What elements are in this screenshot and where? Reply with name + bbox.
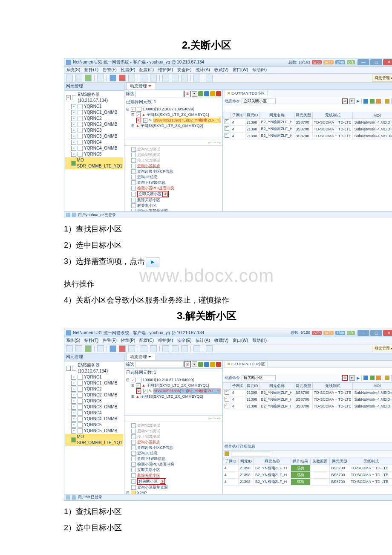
tree-root[interactable]: EMS服务器(10.210.67.134) (78, 92, 123, 104)
maximize-button[interactable]: ▢ (370, 330, 382, 336)
network-tree[interactable]: −EMS服务器(10.210.67.134) +YQRNC1 +YQRNC1_O… (64, 91, 124, 211)
tree-item[interactable]: YQRNC3 (84, 127, 102, 133)
tree-item[interactable]: YQRNC5 (84, 151, 102, 157)
menu-item[interactable]: 告警(F) (103, 338, 117, 344)
filter-icon[interactable] (216, 91, 221, 96)
command-list[interactable]: 查询NES测试 启动NES测试 停止NES测试 查询小区状态 查询超级小区CP信… (124, 422, 222, 494)
cmd-shutdown-cell[interactable]: 立即关断小区 ③ (137, 191, 169, 197)
tree-item[interactable]: YQRNC4 (84, 139, 102, 145)
menu-system[interactable]: 系统(S) (66, 67, 80, 73)
menu-stat[interactable]: 统计(A) (196, 67, 210, 73)
tool-icon[interactable] (150, 75, 157, 81)
tool-icon[interactable] (193, 345, 200, 352)
tool-icon[interactable] (172, 345, 179, 352)
ne-tree[interactable]: ⊟100001[10.210.67.139:64099] ⊟▲子网$4[SXYD… (124, 106, 222, 139)
selected-ne[interactable]: BS8700$21398(TL)[B2_YN榆南ZLF_H] (153, 388, 221, 394)
tree-item[interactable]: YQRNC1 (84, 104, 102, 110)
menu-item[interactable]: 帮助(H) (252, 338, 267, 344)
tool-icon[interactable] (172, 75, 179, 81)
minimize-button[interactable]: — (357, 59, 369, 65)
tree-item[interactable]: YQRNC2_OMMB (84, 121, 117, 127)
menu-item[interactable]: 配置(C) (139, 338, 154, 344)
dropdown-icon[interactable]: ▾ (192, 91, 197, 97)
filter-icon[interactable] (216, 362, 221, 367)
menu-config[interactable]: 配置(C) (139, 67, 154, 73)
table-row[interactable]: 421398B2_YN榆南ZLF_H成功BS8700TD-SCDMA + TD-… (223, 478, 392, 485)
ne-tree[interactable]: ⊟100001[10.210.67.139:64099] ⊟▲子网$4[SXYD… (124, 376, 222, 415)
close-button[interactable]: ✕ (383, 330, 392, 336)
cmd-query-status[interactable]: 查询小区状态 (137, 163, 160, 169)
menu-maintain[interactable]: 维护(M) (158, 67, 173, 73)
filter-icon[interactable] (225, 451, 229, 456)
cell-table[interactable]: 子网ID 网元ID 网元名称 网元类型 无线制式 MOI E-UTRAN TD … (223, 112, 392, 139)
filter-icon[interactable] (385, 376, 389, 380)
tree-item[interactable]: YQRNC3_OMMB (84, 133, 117, 139)
table-row[interactable]: 421398B2_YN榆南ZLF_HBS8700TD-SCDMA + TD-LT… (223, 119, 392, 126)
execute-icon[interactable]: ▶ (357, 99, 360, 103)
tree-item[interactable]: YQRNC2 (84, 116, 102, 121)
right-dropdown[interactable]: 网元管理▾ (372, 75, 392, 82)
cell-table[interactable]: 子网ID 网元ID 网元名称 网元类型 无线制式 MOI E-UTRAN TD … (223, 382, 392, 410)
tool-icon[interactable] (128, 75, 135, 81)
tool-icon[interactable] (66, 75, 73, 81)
tool-icon[interactable] (376, 99, 381, 104)
cmd-pci-check[interactable]: 检测小区PCI是否冲突 (137, 185, 174, 191)
search-input[interactable] (135, 91, 184, 97)
tool-icon[interactable] (97, 75, 104, 81)
menu-item[interactable]: 统计(A) (196, 338, 210, 344)
tool-icon[interactable] (85, 75, 92, 81)
command-list[interactable]: 查询NES测试 启动NES测试 停止NES测试 查询小区状态 查询超级小区CP信… (124, 145, 222, 211)
tool-icon[interactable] (162, 345, 169, 352)
table-row[interactable]: 421398B2_YN榆南ZLF_HBS8700TD-SCDMA + TD-LT… (223, 126, 392, 133)
dropdown-icon[interactable]: ▾ (192, 361, 197, 367)
network-tree[interactable]: −EMS服务器(10.210.67.134) +YQRNC1 +YQRNC1_O… (64, 361, 124, 494)
tool-icon[interactable] (75, 75, 82, 81)
tree-item-selected[interactable]: MO SDR_OMMB_LTE_YQ1 (77, 434, 123, 446)
right-dropdown[interactable]: 网元管理▾ (372, 345, 392, 352)
dropdown-icon[interactable]: ▾ (349, 375, 355, 381)
result-filter-input[interactable] (231, 451, 270, 457)
menu-security[interactable]: 安全(E) (177, 67, 191, 73)
transfer-icons[interactable]: ⇦ ··· ⇨ (124, 415, 222, 422)
filter-icon[interactable] (210, 91, 215, 96)
tool-icon[interactable] (110, 345, 116, 352)
table-row[interactable]: 421398B2_YN榆南ZLF_H成功BS8700TD-SCDMA + TD-… (223, 471, 392, 478)
tool-icon[interactable] (141, 345, 147, 352)
tool-icon[interactable] (370, 99, 375, 104)
tool-icon[interactable] (363, 99, 368, 104)
tool-icon[interactable] (193, 75, 200, 81)
menu-topology[interactable]: 拓扑(T) (84, 67, 98, 73)
tool-icon[interactable] (376, 376, 381, 380)
menu-item[interactable]: 系统(S) (66, 338, 80, 344)
tool-icon[interactable] (206, 345, 213, 352)
table-row[interactable]: 421398B2_YN榆南ZLF_HBS8700TD-SCDMA + TD-LT… (223, 396, 392, 403)
far-tab[interactable]: ✖ E-UTRAN TDD小区 (225, 361, 268, 367)
transfer-icons[interactable]: ⇦ ··· ⇨ (124, 139, 222, 145)
menu-item[interactable]: 安全(E) (177, 338, 191, 344)
menu-fav[interactable]: 收藏(V) (214, 67, 228, 73)
tool-icon[interactable] (181, 345, 188, 352)
execute-icon[interactable]: ▶ (357, 376, 360, 380)
table-row[interactable]: 421398B2_YN榆南ZLF_HBS8700TD-SCDMA + TD-LT… (223, 403, 392, 410)
menu-help[interactable]: 帮助(H) (252, 67, 267, 73)
close-button[interactable]: ✕ (383, 59, 392, 65)
menu-item[interactable]: 维护(M) (158, 338, 173, 344)
tool-icon[interactable] (363, 376, 368, 380)
result-table[interactable]: 子网ID 网元ID 网元名称 操作结果 失败原因 网元类型 无线制式 E-UTR… (223, 458, 392, 486)
table-row[interactable]: 421398B2_YN榆南ZLF_HBS8700TD-SCDMA + TD-LT… (223, 133, 392, 139)
filter-icon[interactable] (204, 362, 209, 367)
tool-icon[interactable] (75, 345, 82, 352)
selected-ne[interactable]: BS8700$21398(TL)[B2_YN榆南ZLF_H] (153, 118, 221, 123)
filter-icon[interactable] (198, 362, 203, 367)
tool-icon[interactable] (370, 376, 375, 380)
tree-item[interactable]: YQRNC1_OMMB (84, 110, 117, 116)
filter-icon[interactable] (210, 362, 215, 367)
tool-icon[interactable] (97, 345, 104, 352)
menu-alarm[interactable]: 告警(F) (103, 67, 117, 73)
minimize-button[interactable]: — (357, 330, 369, 336)
tool-icon[interactable] (206, 75, 213, 81)
tool-icon[interactable] (141, 75, 147, 81)
table-row[interactable]: 421398B2_YN榆南ZLF_H成功BS8700TD-SCDMA + TD-… (223, 465, 392, 471)
maximize-button[interactable]: ▢ (370, 59, 382, 65)
tool-icon[interactable] (119, 345, 126, 352)
